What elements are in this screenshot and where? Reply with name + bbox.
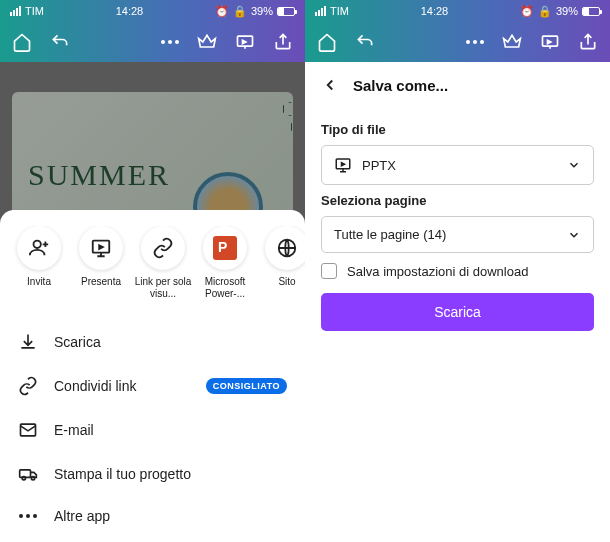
action-share-link[interactable]: Condividi link CONSIGLIATO [0,364,305,408]
globe-icon [276,237,298,259]
crown-icon[interactable] [197,32,217,52]
filetype-select[interactable]: PPTX [321,145,594,185]
share-icon[interactable] [273,32,293,52]
share-website[interactable]: Sito [258,226,305,300]
add-user-icon [28,237,50,259]
crown-icon[interactable] [502,32,522,52]
more-icon[interactable] [466,40,484,44]
clock: 14:28 [116,5,144,17]
present-icon[interactable] [540,32,560,52]
battery-pct: 39% [251,5,273,17]
save-as-form: Tipo di file PPTX Seleziona pagine Tutte… [305,108,610,337]
truck-icon [18,464,38,484]
signal-icon [10,6,21,16]
download-button[interactable]: Scarica [321,293,594,331]
svg-point-6 [22,477,25,480]
share-icons-row: Invita Presenta Link per sola visu... Mi… [0,226,305,314]
share-view-link[interactable]: Link per sola visu... [134,226,192,300]
alarm-icon: ⏰ [520,5,534,18]
back-chevron-icon[interactable] [321,76,339,94]
action-more-apps[interactable]: Altre app [0,496,305,536]
action-print[interactable]: Stampa il tuo progetto [0,452,305,496]
home-icon[interactable] [317,32,337,52]
action-download[interactable]: Scarica [0,320,305,364]
page-header: Salva come... [305,62,610,108]
app-toolbar [305,22,610,62]
rotation-lock-icon: 🔒 [233,5,247,18]
action-email[interactable]: E-mail [0,408,305,452]
link-icon [152,237,174,259]
pages-select[interactable]: Tutte le pagine (14) [321,216,594,253]
pages-label: Seleziona pagine [321,193,594,208]
recommended-badge: CONSIGLIATO [206,378,287,394]
present-screen-icon [90,237,112,259]
status-bar: TIM 14:28 ⏰ 🔒 39% [0,0,305,22]
battery-icon [582,7,600,16]
share-present[interactable]: Presenta [72,226,130,300]
signal-icon [315,6,326,16]
powerpoint-icon [213,236,237,260]
link-icon [18,376,38,396]
battery-icon [277,7,295,16]
carrier-label: TIM [25,5,44,17]
email-icon [18,420,38,440]
svg-point-1 [34,241,41,248]
action-list: Scarica Condividi link CONSIGLIATO E-mai… [0,314,305,542]
checkbox[interactable] [321,263,337,279]
status-bar: TIM 14:28 ⏰ 🔒 39% [305,0,610,22]
screen-share-sheet: TIM 14:28 ⏰ 🔒 39% [0,0,305,542]
share-powerpoint[interactable]: Microsoft Power-... [196,226,254,300]
battery-pct: 39% [556,5,578,17]
clock: 14:28 [421,5,449,17]
more-dots-icon [18,514,38,518]
chevron-down-icon [567,228,581,242]
save-settings-checkbox-row[interactable]: Salva impostazioni di download [321,263,594,279]
filetype-label: Tipo di file [321,122,594,137]
share-bottom-sheet: Invita Presenta Link per sola visu... Mi… [0,210,305,542]
pptx-icon [334,156,352,174]
download-icon [18,332,38,352]
present-icon[interactable] [235,32,255,52]
alarm-icon: ⏰ [215,5,229,18]
rotation-lock-icon: 🔒 [538,5,552,18]
undo-icon[interactable] [50,32,70,52]
screen-save-as: TIM 14:28 ⏰ 🔒 39% [305,0,610,542]
svg-point-7 [31,477,34,480]
share-invite[interactable]: Invita [10,226,68,300]
carrier-label: TIM [330,5,349,17]
canvas-area: SUMMER Invita [0,62,305,542]
more-icon[interactable] [161,40,179,44]
undo-icon[interactable] [355,32,375,52]
chevron-down-icon [567,158,581,172]
page-title: Salva come... [353,77,448,94]
share-icon[interactable] [578,32,598,52]
app-toolbar [0,22,305,62]
home-icon[interactable] [12,32,32,52]
